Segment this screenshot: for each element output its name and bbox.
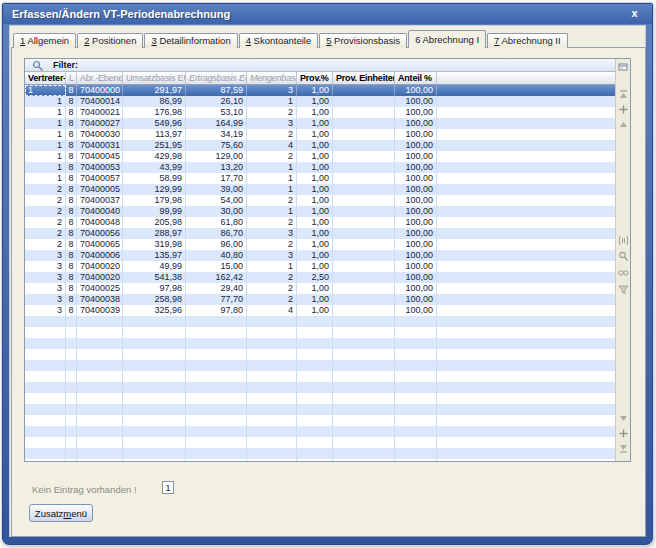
cell[interactable]: 3 [25, 305, 66, 316]
cell[interactable]: 8 [66, 228, 77, 239]
cell[interactable]: 8 [66, 261, 77, 272]
column-chooser-icon[interactable] [618, 62, 629, 73]
cell[interactable]: 2 [25, 206, 66, 217]
go-first-icon[interactable] [618, 89, 629, 100]
cell[interactable]: 429,98 [123, 151, 186, 162]
cell[interactable] [333, 129, 395, 140]
cell[interactable]: 100,00 [395, 107, 437, 118]
cell[interactable]: 8 [66, 283, 77, 294]
cell[interactable]: 100,00 [395, 118, 437, 129]
cell[interactable]: 8 [66, 140, 77, 151]
cell[interactable]: 70400005 [77, 184, 123, 195]
cell[interactable]: 162,42 [186, 272, 247, 283]
cell[interactable]: 100,00 [395, 305, 437, 316]
cell[interactable] [333, 206, 395, 217]
cell[interactable]: 1 [247, 96, 297, 107]
cell[interactable]: 1,00 [297, 129, 333, 140]
cell[interactable]: 1,00 [297, 107, 333, 118]
cell[interactable]: 8 [66, 272, 77, 283]
cell[interactable]: 8 [66, 173, 77, 184]
tab-abrechnung-i[interactable]: 6 Abrechnung I [408, 30, 486, 48]
cell[interactable]: 70400039 [77, 305, 123, 316]
tab-detailinformation[interactable]: 3 Detailinformation [144, 33, 237, 48]
cell[interactable]: 8 [66, 151, 77, 162]
cell[interactable] [333, 272, 395, 283]
go-last-icon[interactable] [618, 443, 629, 454]
cell[interactable] [333, 305, 395, 316]
cell[interactable]: 319,98 [123, 239, 186, 250]
column-header-prov-einheiten[interactable]: Prov. Einheiten [333, 72, 395, 84]
cell[interactable]: 70400045 [77, 151, 123, 162]
cell[interactable]: 54,00 [186, 195, 247, 206]
cell[interactable]: 2 [247, 239, 297, 250]
cell[interactable] [333, 173, 395, 184]
cell[interactable]: 1 [247, 184, 297, 195]
cell[interactable]: 70400053 [77, 162, 123, 173]
cell[interactable]: 3 [25, 272, 66, 283]
cell[interactable]: 176,98 [123, 107, 186, 118]
table-row[interactable]: 2870400037179,9854,0021,00100,00 [25, 195, 615, 206]
cell[interactable] [333, 217, 395, 228]
cell[interactable]: 70400030 [77, 129, 123, 140]
cell[interactable]: 100,00 [395, 228, 437, 239]
cell[interactable] [333, 140, 395, 151]
cell[interactable]: 70400027 [77, 118, 123, 129]
cell[interactable]: 97,80 [186, 305, 247, 316]
cell[interactable]: 70400038 [77, 294, 123, 305]
cell[interactable]: 2 [25, 217, 66, 228]
cell[interactable]: 97,98 [123, 283, 186, 294]
cell[interactable]: 75,60 [186, 140, 247, 151]
table-row[interactable]: 3870400039325,9697,8041,00100,00 [25, 305, 615, 316]
cell[interactable]: 3 [247, 250, 297, 261]
cell[interactable]: 2 [247, 294, 297, 305]
cell[interactable]: 70400020 [77, 261, 123, 272]
column-header-vertreter-nr-[interactable]: Vertreter-Nr. [25, 72, 66, 84]
cell[interactable]: 70400057 [77, 173, 123, 184]
table-row[interactable]: 187040005758,9917,7011,00100,00 [25, 173, 615, 184]
cell[interactable]: 2 [25, 184, 66, 195]
cell[interactable]: 2 [247, 217, 297, 228]
cell[interactable]: 8 [66, 162, 77, 173]
tab-skontoanteile[interactable]: 4 Skontoanteile [239, 33, 319, 48]
cell[interactable]: 8 [66, 184, 77, 195]
filter-icon[interactable] [618, 284, 629, 295]
cell[interactable]: 70400040 [77, 206, 123, 217]
cell[interactable]: 3 [247, 85, 297, 96]
table-row[interactable]: 3870400020541,38162,4222,50100,00 [25, 272, 615, 283]
add-row-icon[interactable] [618, 428, 629, 439]
cell[interactable]: 70400025 [77, 283, 123, 294]
titlebar[interactable]: Erfassen/Ändern VT-Periodenabrechnung x [3, 4, 652, 24]
cell[interactable]: 8 [66, 96, 77, 107]
column-header-abr-ebene[interactable]: Abr.-Ebene [77, 72, 123, 84]
cell[interactable]: 15,00 [186, 261, 247, 272]
cell[interactable]: 8 [66, 118, 77, 129]
cell[interactable]: 129,99 [123, 184, 186, 195]
cell[interactable]: 2 [247, 107, 297, 118]
cell[interactable]: 1,00 [297, 151, 333, 162]
cell[interactable]: 40,80 [186, 250, 247, 261]
tab-allgemein[interactable]: 1 Allgemein [13, 33, 76, 48]
tab-positionen[interactable]: 2 Positionen [77, 33, 143, 48]
cell[interactable]: 251,95 [123, 140, 186, 151]
cell[interactable]: 100,00 [395, 173, 437, 184]
column-header-ertragsbasis-eur[interactable]: Ertragsbasis EUR [186, 72, 247, 84]
cell[interactable]: 96,00 [186, 239, 247, 250]
cell[interactable]: 4 [247, 305, 297, 316]
cell[interactable]: 1,00 [297, 184, 333, 195]
table-row[interactable]: 2870400005129,9939,0011,00100,00 [25, 184, 615, 195]
cell[interactable]: 2 [25, 239, 66, 250]
cell[interactable]: 288,97 [123, 228, 186, 239]
cell[interactable]: 1,00 [297, 305, 333, 316]
cell[interactable]: 2 [247, 151, 297, 162]
cell[interactable]: 1 [25, 151, 66, 162]
cell[interactable]: 70400037 [77, 195, 123, 206]
cell[interactable]: 53,10 [186, 107, 247, 118]
cell[interactable]: 8 [66, 206, 77, 217]
table-row[interactable]: 187040001486,9926,1011,00100,00 [25, 96, 615, 107]
cell[interactable]: 2 [247, 283, 297, 294]
cell[interactable]: 8 [66, 129, 77, 140]
cell[interactable]: 1 [247, 206, 297, 217]
cell[interactable]: 39,00 [186, 184, 247, 195]
table-row[interactable]: 387040002597,9829,4021,00100,00 [25, 283, 615, 294]
cell[interactable]: 1 [247, 261, 297, 272]
